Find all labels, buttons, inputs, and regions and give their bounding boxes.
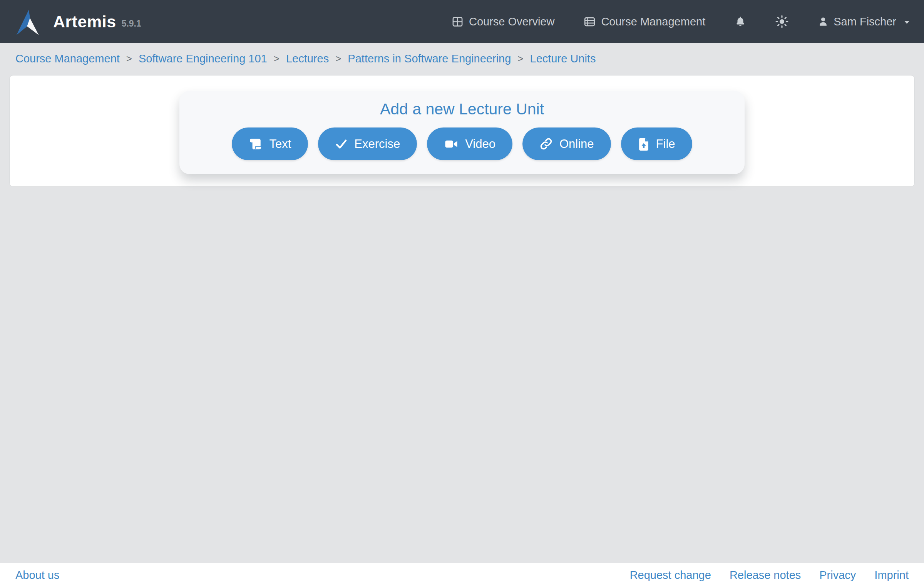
user-menu[interactable]: Sam Fischer [818, 15, 910, 28]
nav-course-management-label: Course Management [601, 15, 705, 28]
add-lecture-unit-panel: Add a new Lecture Unit Text Exercise [179, 91, 745, 174]
footer-about-us-link[interactable]: About us [15, 569, 59, 581]
breadcrumb-lecture-units[interactable]: Lecture Units [530, 52, 596, 65]
link-icon [539, 137, 553, 151]
table-list-icon [584, 16, 596, 28]
add-exercise-unit-label: Exercise [354, 137, 400, 151]
navbar-right: Course Overview Course Management [452, 15, 910, 28]
footer-privacy-link[interactable]: Privacy [819, 569, 856, 582]
panel-title: Add a new Lecture Unit [195, 100, 729, 118]
version-badge: 5.9.1 [122, 18, 141, 29]
main-content: Add a new Lecture Unit Text Exercise [0, 75, 924, 563]
add-file-unit-button[interactable]: File [621, 127, 692, 160]
breadcrumb-lecture[interactable]: Patterns in Software Engineering [348, 52, 511, 65]
breadcrumb: Course Management > Software Engineering… [0, 43, 924, 75]
user-name: Sam Fischer [834, 15, 896, 28]
brand-home-link[interactable]: Artemis 5.9.1 [14, 7, 141, 36]
breadcrumb-separator: > [126, 53, 132, 65]
theme-toggle-button[interactable] [775, 15, 788, 28]
breadcrumb-lectures[interactable]: Lectures [286, 52, 329, 65]
footer-left: About us [15, 569, 59, 582]
file-upload-icon [638, 137, 649, 151]
breadcrumb-separator: > [274, 53, 280, 65]
breadcrumb-separator: > [517, 53, 523, 65]
top-navbar: Artemis 5.9.1 Course Overview Course Man… [0, 0, 924, 43]
footer-right: Request change Release notes Privacy Imp… [630, 569, 909, 582]
breadcrumb-separator: > [335, 53, 341, 65]
video-camera-icon [444, 138, 459, 151]
unit-type-button-row: Text Exercise Video [195, 127, 729, 160]
add-online-unit-button[interactable]: Online [522, 127, 611, 160]
add-text-unit-button[interactable]: Text [232, 127, 308, 160]
brand-name: Artemis [53, 12, 116, 31]
add-online-unit-label: Online [559, 137, 594, 151]
notifications-button[interactable] [735, 15, 746, 28]
nav-course-overview[interactable]: Course Overview [452, 15, 554, 28]
bell-icon [735, 15, 746, 28]
sun-icon [775, 15, 788, 28]
lecture-units-card: Add a new Lecture Unit Text Exercise [9, 75, 915, 187]
add-exercise-unit-button[interactable]: Exercise [318, 127, 417, 160]
add-text-unit-label: Text [269, 137, 291, 151]
add-video-unit-button[interactable]: Video [427, 127, 512, 160]
caret-down-icon [904, 20, 910, 25]
nav-course-management[interactable]: Course Management [584, 15, 705, 28]
footer-release-notes-link[interactable]: Release notes [730, 569, 801, 582]
breadcrumb-course-management[interactable]: Course Management [15, 52, 120, 65]
artemis-logo-icon [14, 7, 43, 36]
nav-course-overview-label: Course Overview [469, 15, 554, 28]
footer-imprint-link[interactable]: Imprint [874, 569, 909, 582]
user-icon [818, 16, 829, 27]
add-file-unit-label: File [656, 137, 675, 151]
footer-request-change-link[interactable]: Request change [630, 569, 711, 582]
add-video-unit-label: Video [465, 137, 495, 151]
scroll-icon [249, 137, 263, 151]
grid-icon [452, 16, 464, 28]
footer: About us Request change Release notes Pr… [0, 563, 924, 587]
breadcrumb-course[interactable]: Software Engineering 101 [139, 52, 267, 65]
check-icon [335, 138, 348, 150]
